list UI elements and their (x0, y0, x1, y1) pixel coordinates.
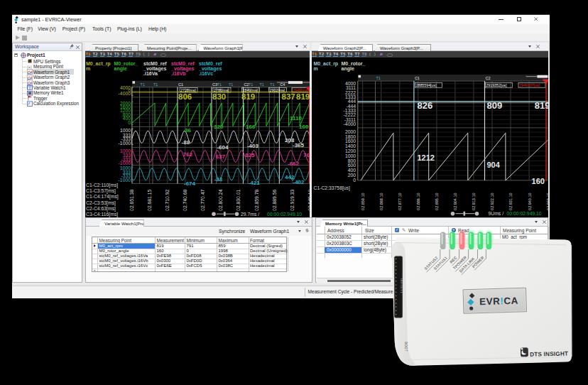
svg-text:637: 637 (216, 153, 226, 160)
svg-text:819: 819 (241, 92, 255, 101)
svg-text:837: 837 (282, 92, 295, 101)
svg-text:320: 320 (214, 124, 224, 130)
svg-text:768: 768 (303, 152, 310, 158)
svg-text:36: 36 (185, 127, 191, 134)
svg-text:angle: angle (114, 66, 127, 72)
svg-text:02.940.10: 02.940.10 (527, 192, 531, 210)
svg-text:02.830.01: 02.830.01 (236, 189, 241, 210)
svg-text:stcM0_ref: stcM0_ref (199, 61, 222, 66)
svg-text:02.859.78: 02.859.78 (254, 189, 259, 210)
svg-text:C4: C4 (280, 82, 285, 86)
svg-text:02.889.56: 02.889.56 (272, 189, 277, 210)
svg-text:C2: C2 (485, 76, 490, 80)
svg-text:00:00:02.949.10: 00:00:02.949.10 (506, 211, 541, 216)
svg-text:809: 809 (486, 100, 502, 111)
svg-text:T1: T1 (270, 82, 274, 86)
svg-text:29.7ms /: 29.7ms / (241, 212, 259, 217)
svg-text:2919352[us]: 2919352[us] (486, 83, 507, 87)
svg-text:-88: -88 (182, 139, 190, 146)
svg-text:819: 819 (534, 100, 548, 111)
svg-text:angle: angle (341, 66, 354, 72)
svg-text:02.922.10: 02.922.10 (490, 192, 494, 210)
svg-text:-402: -402 (293, 178, 305, 185)
svg-text:02.886.10: 02.886.10 (416, 192, 420, 210)
svg-text:C1-C4:174[ms]: C1-C4:174[ms] (86, 194, 119, 200)
svg-text:825: 825 (245, 151, 255, 158)
svg-text:stcM0_ref: stcM0_ref (143, 61, 167, 66)
svg-text:02.868.10: 02.868.10 (379, 192, 383, 210)
svg-text:C1: C1 (414, 76, 419, 80)
svg-text:T1: T1 (153, 82, 158, 86)
svg-text:762: 762 (183, 151, 193, 158)
svg-text:2849[ms]: 2849[ms] (243, 87, 258, 92)
svg-text:-421: -421 (249, 179, 261, 185)
svg-text:T1: T1 (249, 82, 253, 86)
svg-text:166: 166 (246, 124, 256, 130)
svg-text:m: m (86, 66, 90, 71)
svg-text:BOOT: BOOT (404, 342, 408, 352)
svg-text:02.949.10: 02.949.10 (307, 189, 310, 210)
svg-text:02.681.15: 02.681.15 (147, 189, 152, 210)
svg-text:T1: T1 (141, 82, 145, 86)
svg-text:C3-C4:116[ms]: C3-C4:116[ms] (86, 212, 118, 217)
svg-text:C2-C3:53[ms]: C2-C3:53[ms] (86, 200, 116, 205)
svg-text:-365: -365 (293, 142, 305, 148)
svg-text:TARGET1: TARGET1 (400, 278, 403, 294)
svg-text:-4000: -4000 (119, 91, 131, 96)
svg-text:C1-C2:33758[us]: C1-C2:33758[us] (313, 185, 349, 190)
svg-text:T1: T1 (217, 82, 222, 86)
svg-text:0: 0 (128, 119, 131, 124)
svg-text:-1000: -1000 (119, 178, 131, 183)
svg-text:2885594[us]: 2885594[us] (415, 83, 437, 87)
svg-text:-33: -33 (214, 176, 223, 183)
svg-text:02.904.10: 02.904.10 (453, 192, 457, 210)
svg-text:.i16Va: .i16Va (143, 71, 158, 76)
svg-text:2902[ms]: 2902[ms] (270, 87, 285, 92)
svg-text:.i16Vb: .i16Vb (171, 71, 186, 76)
svg-text:826: 826 (417, 100, 432, 111)
svg-text:00:00:02.949.10: 00:00:02.949.10 (267, 212, 302, 217)
svg-text:1110: 1110 (290, 115, 302, 121)
svg-text:9Ums /: 9Ums / (488, 211, 503, 216)
svg-text:2728[ms]: 2728[ms] (180, 87, 196, 92)
svg-text:02.877.10: 02.877.10 (398, 192, 402, 210)
svg-text:1200: 1200 (344, 148, 355, 153)
svg-text:EVR!CA: EVR!CA (479, 295, 518, 308)
svg-text:C1: C1 (178, 82, 183, 86)
svg-text:02.740.68: 02.740.68 (183, 189, 187, 210)
svg-text:T1: T1 (376, 76, 380, 80)
svg-text:-604: -604 (217, 143, 229, 150)
svg-text:-403: -403 (247, 143, 259, 149)
svg-text:160: 160 (299, 124, 309, 130)
svg-text:160: 160 (531, 177, 544, 185)
svg-text:2786[ms]: 2786[ms] (214, 87, 229, 92)
svg-text:stcM0_ref: stcM0_ref (171, 61, 195, 66)
svg-text:806: 806 (178, 92, 192, 101)
svg-text:02.919.33: 02.919.33 (290, 189, 295, 210)
svg-text:02.949.10: 02.949.10 (545, 192, 548, 210)
svg-text:M0_rotor_: M0_rotor_ (114, 61, 138, 66)
svg-text:-674: -674 (184, 180, 196, 186)
svg-text:819: 819 (296, 92, 310, 101)
svg-text:DTS INSIGHT: DTS INSIGHT (530, 351, 568, 358)
svg-text:02.770.47: 02.770.47 (200, 189, 205, 210)
svg-text:C1-C3:57[ms]: C1-C3:57[ms] (86, 188, 116, 194)
svg-text:C2-C4:63[ms]: C2-C4:63[ms] (86, 206, 116, 212)
svg-text:2949107[us]: 2949107[us] (519, 83, 540, 87)
svg-text:02.710.92: 02.710.92 (165, 189, 170, 210)
svg-text:C1-C2:110[ms]: C1-C2:110[ms] (86, 183, 118, 188)
svg-text:02.913.10: 02.913.10 (472, 192, 476, 210)
svg-text:-662: -662 (288, 161, 300, 167)
svg-text:1212: 1212 (417, 153, 434, 161)
svg-text:904: 904 (486, 161, 500, 169)
svg-text:830: 830 (212, 92, 226, 101)
svg-text:2949[ms]: 2949[ms] (293, 87, 308, 92)
svg-text:02.895.10: 02.895.10 (435, 192, 439, 210)
svg-text:0: 0 (353, 177, 356, 182)
svg-text:-1000: -1000 (119, 141, 131, 146)
svg-text:.i16Vc: .i16Vc (199, 71, 213, 76)
svg-text:T1: T1 (260, 82, 264, 86)
svg-text:02.800.24: 02.800.24 (218, 189, 223, 210)
svg-text:02.859.10: 02.859.10 (361, 192, 365, 210)
svg-text:02.931.10: 02.931.10 (508, 192, 513, 210)
